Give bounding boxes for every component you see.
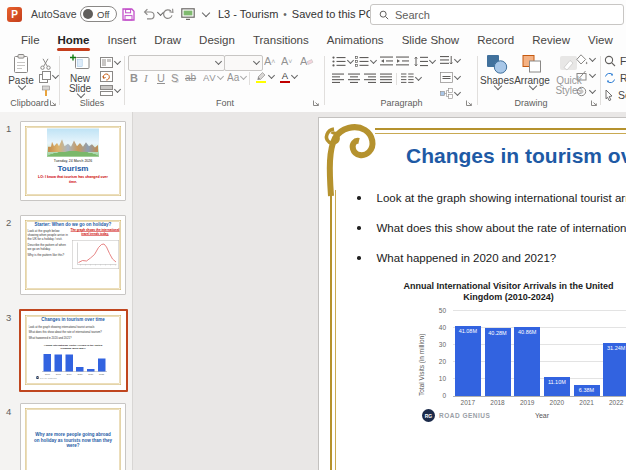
tab-file[interactable]: File bbox=[12, 30, 49, 51]
slide-bullet-1[interactable]: Look at the graph showing international … bbox=[357, 188, 626, 206]
chevron-down-icon bbox=[215, 58, 222, 65]
search-icon bbox=[379, 10, 389, 20]
slide-thumbnail-4[interactable]: Why are more people going abroad on holi… bbox=[20, 403, 126, 470]
bar-value-label: 41.08M bbox=[459, 328, 477, 334]
shape-outline-button[interactable] bbox=[576, 70, 595, 81]
font-size-combobox[interactable] bbox=[224, 55, 263, 71]
italic-button[interactable]: I bbox=[144, 72, 148, 84]
bar-chart-object[interactable]: Annual International Visitor Arrivals in… bbox=[386, 281, 626, 433]
align-text-icon bbox=[440, 72, 453, 83]
new-slide-icon bbox=[70, 54, 90, 72]
tab-slide-show[interactable]: Slide Show bbox=[393, 30, 469, 51]
chart-bars bbox=[42, 351, 107, 372]
bullets-button[interactable] bbox=[332, 56, 353, 67]
align-left-icon bbox=[332, 73, 345, 84]
decrease-indent-button[interactable] bbox=[380, 56, 393, 67]
justify-icon bbox=[380, 73, 393, 84]
slide-border-decoration bbox=[330, 190, 332, 470]
group-font: A˄ A˅ A B I U S ab AV Aa bbox=[128, 52, 322, 110]
grow-font-button[interactable]: A˄ bbox=[264, 55, 275, 67]
clear-formatting-button[interactable]: A bbox=[300, 55, 314, 67]
slide-layout-button[interactable] bbox=[100, 57, 120, 68]
justify-button[interactable] bbox=[380, 73, 393, 84]
chevron-down-icon bbox=[268, 72, 275, 79]
chart-bar bbox=[76, 367, 84, 372]
tab-draw[interactable]: Draw bbox=[145, 30, 190, 51]
new-slide-button[interactable]: New Slide bbox=[62, 54, 98, 97]
copy-button[interactable] bbox=[39, 71, 58, 83]
change-case-button[interactable]: Aa bbox=[227, 72, 246, 84]
columns-button[interactable] bbox=[401, 73, 421, 84]
shapes-button[interactable]: Shapes bbox=[480, 54, 514, 89]
underline-button[interactable]: U bbox=[157, 72, 165, 84]
ribbon: Paste Clipboard bbox=[0, 52, 626, 113]
character-spacing-button[interactable]: AV bbox=[203, 72, 223, 84]
tab-view[interactable]: View bbox=[579, 30, 622, 51]
select-button[interactable]: Select bbox=[604, 89, 626, 101]
dialog-launcher-icon[interactable] bbox=[312, 99, 320, 107]
replace-button[interactable]: Replace bbox=[604, 72, 626, 84]
highlight-color-button[interactable] bbox=[255, 71, 274, 83]
increase-indent-button[interactable] bbox=[396, 56, 409, 67]
search-input[interactable]: Search bbox=[370, 4, 624, 25]
shape-fill-button[interactable] bbox=[576, 54, 595, 65]
quick-access-toolbar-menu[interactable] bbox=[201, 0, 209, 28]
undo-button[interactable] bbox=[142, 0, 163, 28]
tab-home[interactable]: Home bbox=[49, 30, 99, 51]
section-button[interactable] bbox=[100, 85, 120, 96]
font-name-combobox[interactable] bbox=[128, 55, 225, 71]
autosave-toggle[interactable]: Off bbox=[80, 0, 117, 28]
dialog-launcher-icon[interactable] bbox=[49, 99, 57, 107]
align-text-button[interactable] bbox=[440, 72, 460, 83]
slide-bullets: Look at the graph below showing when peo… bbox=[28, 230, 69, 258]
tab-animations[interactable]: Animations bbox=[318, 30, 393, 51]
slide-thumbnail-1[interactable]: Tuesday, 24 March 2026 Tourism LO: I kno… bbox=[20, 121, 126, 201]
format-painter-button[interactable] bbox=[40, 85, 52, 97]
find-button[interactable]: Find bbox=[604, 55, 626, 67]
bullet-marker bbox=[357, 226, 361, 230]
tab-record[interactable]: Record bbox=[468, 30, 523, 51]
tab-insert[interactable]: Insert bbox=[98, 30, 145, 51]
paste-button[interactable]: Paste bbox=[4, 54, 38, 89]
shape-effects-icon bbox=[576, 86, 588, 97]
chevron-down-icon bbox=[454, 88, 461, 95]
redo-button[interactable] bbox=[162, 0, 174, 28]
tab-design[interactable]: Design bbox=[190, 30, 244, 51]
slide-bullet-3[interactable]: What happened in 2020 and 2021? bbox=[357, 248, 556, 266]
shrink-font-button[interactable]: A˅ bbox=[281, 55, 292, 67]
reset-slide-button[interactable] bbox=[100, 71, 113, 82]
slide-thumbnail-2[interactable]: Starter: When do we go on holiday? Look … bbox=[20, 215, 126, 295]
tab-help[interactable]: Help bbox=[622, 30, 626, 51]
chart-bar-slot: 40.28M bbox=[483, 310, 513, 396]
font-color-button[interactable]: A bbox=[280, 71, 297, 83]
align-left-button[interactable] bbox=[332, 73, 345, 84]
tab-transitions[interactable]: Transitions bbox=[244, 30, 318, 51]
arrange-button[interactable]: Arrange bbox=[514, 54, 550, 89]
align-center-button[interactable] bbox=[348, 73, 361, 84]
align-right-button[interactable] bbox=[364, 73, 377, 84]
x-tick-label: 2017 bbox=[42, 373, 53, 376]
y-tick-label: 10 bbox=[439, 375, 446, 382]
select-label: Select bbox=[618, 89, 626, 101]
shape-effects-button[interactable] bbox=[576, 86, 595, 97]
cut-icon bbox=[40, 58, 51, 70]
text-shadow-button[interactable]: S bbox=[171, 72, 178, 84]
start-slideshow-button[interactable] bbox=[181, 0, 195, 28]
strikethrough-button[interactable]: ab bbox=[185, 72, 196, 84]
slide-title-textbox[interactable]: Changes in tourism over time bbox=[406, 144, 626, 168]
slide-editor[interactable]: Changes in tourism over time Look at the… bbox=[318, 117, 626, 470]
document-title[interactable]: L3 - Tourism • Saved to this PC bbox=[218, 0, 387, 28]
line-spacing-button[interactable] bbox=[414, 56, 435, 67]
slide-bullet-2[interactable]: What does this show about the rate of in… bbox=[357, 218, 626, 236]
dialog-launcher-icon[interactable] bbox=[590, 99, 598, 107]
numbering-button[interactable] bbox=[355, 56, 376, 67]
bar-value-label: 40.86M bbox=[518, 329, 536, 335]
tab-review[interactable]: Review bbox=[523, 30, 579, 51]
chart-bar-slot bbox=[42, 351, 53, 372]
save-button[interactable] bbox=[122, 0, 135, 28]
group-label-paragraph: Paragraph bbox=[328, 98, 475, 108]
slide-thumbnail-3-selected[interactable]: Changes in tourism over time Look at the… bbox=[19, 309, 128, 392]
bold-button[interactable]: B bbox=[130, 72, 138, 84]
cut-button[interactable] bbox=[40, 58, 51, 70]
text-direction-button[interactable] bbox=[440, 55, 460, 66]
